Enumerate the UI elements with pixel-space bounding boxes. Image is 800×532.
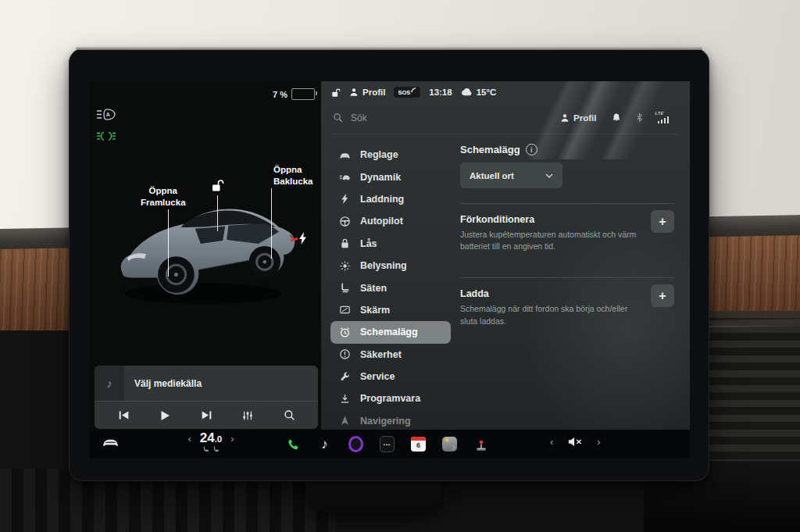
music-icon[interactable]: ♪ [317,437,332,452]
bluetooth-icon[interactable] [636,112,643,123]
sidebar-item-label: Lås [360,238,377,249]
sidebar-item-laddning[interactable]: Laddning [330,188,451,210]
sidebar-item-service[interactable]: Service [330,366,451,387]
clock-time: 13:18 [429,87,452,97]
settings-menu: ReglageDynamikLaddningAutopilotLåsBelysn… [330,144,451,430]
sidebar-item-navigering[interactable]: Navigering [330,410,451,430]
charge-port-icon[interactable] [298,232,307,245]
more-apps-icon[interactable]: ••• [380,437,395,452]
temp-down-button[interactable]: ‹ [188,434,191,444]
car-controls-icon [338,148,351,161]
precondition-section: Förkonditionera Justera kupétemperaturen… [460,204,674,262]
clock-icon [338,326,351,338]
sidebar-item-saten[interactable]: Säten [330,277,451,298]
calendar-icon[interactable]: 6 [411,437,426,452]
profile-menu-button[interactable]: Profil [560,113,596,123]
search-icon [333,112,343,123]
sidebar-item-label: Säten [360,283,387,294]
sidebar-item-label: Belysning [360,260,407,271]
unlocked-icon[interactable] [331,87,341,98]
sidebar-item-reglage[interactable]: Reglage [330,144,451,166]
sidebar-item-belysning[interactable]: Belysning [330,255,451,277]
add-precondition-button[interactable]: + [651,210,674,233]
section-title: Ladda [460,288,640,299]
climate-control: ‹ 24.0 › [173,431,248,452]
car-status-button[interactable] [102,436,120,448]
sidebar-item-skarm[interactable]: Skärm [330,299,451,321]
auto-headlight-icon: A [96,108,116,121]
cellular-signal-icon: LTE [658,112,670,123]
location-dropdown[interactable]: Aktuell ort [460,162,562,188]
temp-up-button[interactable]: › [230,434,234,444]
software-icon [338,392,351,405]
sidebar-item-label: Skärm [360,305,390,316]
media-search-icon[interactable] [280,407,298,424]
steering-wheel-icon [338,215,351,227]
phone-icon[interactable] [286,437,301,452]
light-icon [338,259,351,272]
camera-ring-icon[interactable] [348,437,363,452]
audio-settings-icon[interactable] [239,407,256,424]
app-dock: ♪•••6★☽ [286,433,488,455]
chevron-down-icon [545,173,553,178]
previous-track-button[interactable] [115,407,132,424]
next-track-button[interactable] [198,407,215,424]
sidebar-item-las[interactable]: Lås [330,233,451,255]
arcade-icon[interactable] [473,437,488,452]
sidebar-item-label: Schemalägg [360,327,418,337]
sidebar-item-programvara[interactable]: Programvara [330,387,451,409]
section-description: Justera kupétemperaturen automatiskt och… [460,229,640,252]
trunk-pointer-line [271,188,272,259]
svg-text:A: A [105,111,110,118]
unlock-icon[interactable] [211,179,224,192]
safety-icon [338,348,351,361]
lock-icon [338,237,351,250]
sidebar-item-dynamik[interactable]: Dynamik [330,166,451,187]
seat-heater-left-icon[interactable] [203,446,209,452]
seat-heater-right-icon[interactable] [213,446,220,452]
schedule-title: Schemalägg [460,144,520,155]
parking-lights-icon [96,131,116,141]
music-note-icon: ♪ [95,366,124,401]
display-icon [338,304,351,316]
sidebar-item-sakerhet[interactable]: Säkerhet [330,344,451,366]
open-frunk-button[interactable]: ÖppnaFramlucka [141,185,186,209]
sos-badge: SOS [394,87,420,98]
play-button[interactable] [156,407,173,424]
section-title: Förkonditionera [460,214,640,225]
cabin-temperature[interactable]: 24.0 [200,431,223,446]
battery-icon [291,88,315,100]
sidebar-item-schemalagg[interactable]: Schemalägg [330,321,451,343]
wrench-icon [338,370,351,383]
search-input[interactable]: Sök Profil LTE [321,108,690,127]
touchscreen-display: 7 % A [89,81,690,459]
sidebar-item-autopilot[interactable]: Autopilot [330,210,451,232]
add-charge-button[interactable]: + [651,284,674,307]
frunk-pointer-line [168,209,169,277]
driver-profile-button[interactable]: Profil [349,87,385,97]
sidebar-item-label: Säkerhet [360,349,402,360]
info-icon[interactable]: i [526,144,538,155]
divider [332,134,679,134]
media-source-label: Välj mediekälla [134,378,202,389]
battery-percent: 7 % [273,90,288,99]
sidebar-item-label: Navigering [360,416,411,427]
vehicle-panel: 7 % A [89,81,321,430]
section-description: Schemalägg när ditt fordon ska börja och… [460,303,640,327]
sidebar-item-label: Service [360,371,395,382]
battery-status: 7 % [273,88,315,100]
open-trunk-button[interactable]: ÖppnaBaklucka [273,164,313,187]
volume-control: ‹ › [550,436,601,448]
volume-up-button[interactable]: › [597,437,600,447]
charge-section: Ladda Schemalägg när ditt fordon ska bör… [460,278,674,337]
car-dynamics-icon [338,171,351,184]
toybox-icon[interactable]: ★☽ [442,437,457,452]
volume-muted-icon[interactable] [567,436,583,448]
sidebar-item-label: Autopilot [360,216,403,227]
notifications-bell-icon[interactable] [612,112,621,123]
sidebar-item-label: Programvara [360,393,420,404]
seat-icon [338,282,351,295]
media-source-row[interactable]: ♪ Välj mediekälla [95,366,318,402]
volume-down-button[interactable]: ‹ [550,437,553,447]
unlock-pointer-line [217,195,218,231]
